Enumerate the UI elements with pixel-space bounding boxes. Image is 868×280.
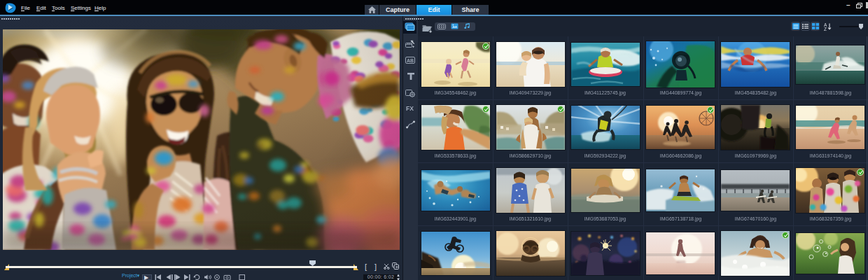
svg-text:FX: FX <box>406 105 414 112</box>
svg-text:Z: Z <box>824 27 827 31</box>
svg-text:AB: AB <box>407 58 414 63</box>
